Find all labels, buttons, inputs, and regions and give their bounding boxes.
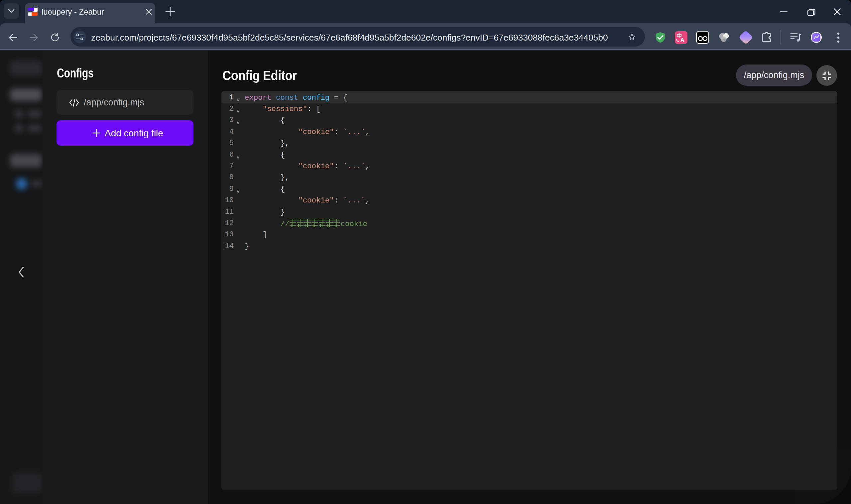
svg-text:A: A <box>681 37 685 43</box>
